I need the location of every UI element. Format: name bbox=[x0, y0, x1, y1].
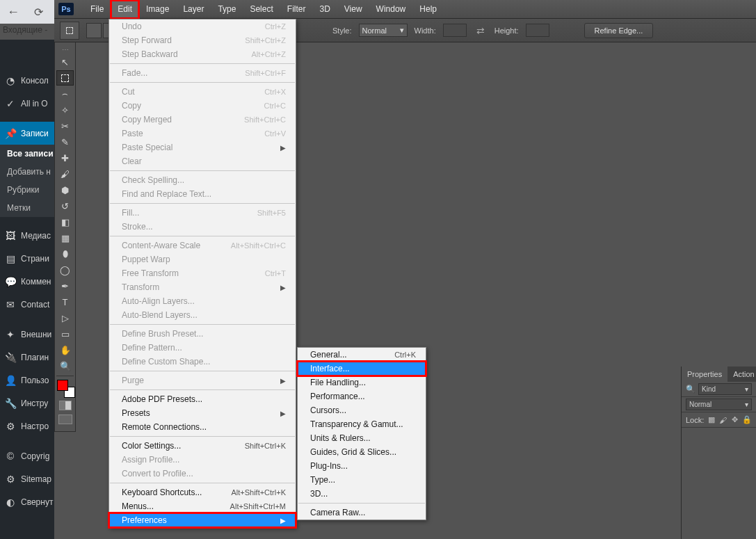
blur-tool-icon[interactable]: ⬮ bbox=[56, 246, 74, 262]
pref-menu-item-camera-raw-[interactable]: Camera Raw... bbox=[298, 506, 426, 520]
eyedropper-tool-icon[interactable]: ✎ bbox=[56, 134, 74, 150]
foreground-color-swatch[interactable] bbox=[57, 380, 68, 391]
menu-window[interactable]: Window bbox=[369, 0, 413, 19]
pref-menu-item-interface-[interactable]: Interface... bbox=[298, 362, 426, 376]
menu-icon: ✓ bbox=[4, 98, 17, 109]
kind-select[interactable]: Kind▾ bbox=[698, 383, 752, 395]
clone-stamp-tool-icon[interactable]: ⬢ bbox=[56, 182, 74, 198]
sidebar-sub-0[interactable]: Все записи bbox=[0, 145, 54, 163]
sidebar-item-0[interactable]: ◔Консол bbox=[0, 69, 54, 92]
sidebar-item-1[interactable]: ✓All in O bbox=[0, 92, 54, 115]
marquee-tool-icon[interactable] bbox=[56, 70, 74, 86]
menu-image[interactable]: Image bbox=[139, 0, 176, 19]
rectangle-tool-icon[interactable]: ▭ bbox=[56, 326, 74, 341]
width-label: Width: bbox=[415, 26, 436, 35]
pref-menu-item-guides-grid-slices-[interactable]: Guides, Grid & Slices... bbox=[298, 445, 426, 459]
sidebar-item-rest-11[interactable]: ◐Свернут bbox=[0, 490, 54, 513]
lock-brush-icon[interactable]: 🖌 bbox=[718, 415, 727, 425]
pref-menu-item-cursors-[interactable]: Cursors... bbox=[298, 403, 426, 417]
pref-menu-item-general-[interactable]: General...Ctrl+K bbox=[298, 348, 426, 362]
brush-tool-icon[interactable]: 🖌 bbox=[56, 166, 74, 182]
type-tool-icon[interactable]: T bbox=[56, 294, 74, 309]
sidebar-item-rest-5[interactable]: 🔌Плагин bbox=[0, 346, 54, 369]
menu-select[interactable]: Select bbox=[243, 0, 280, 19]
sidebar-item-rest-2[interactable]: 💬Коммен bbox=[0, 270, 54, 293]
menu-icon: 🖾 bbox=[4, 230, 17, 241]
edit-menu-item-keyboard-shortcuts-[interactable]: Keyboard Shortcuts...Alt+Shift+Ctrl+K bbox=[109, 485, 296, 499]
hand-tool-icon[interactable]: ✋ bbox=[56, 342, 74, 357]
edit-menu-item-preferences[interactable]: Preferences▶ bbox=[109, 513, 296, 527]
quick-mask-toggle-icon[interactable] bbox=[59, 401, 72, 410]
edit-menu-item-menus-[interactable]: Menus...Alt+Shift+Ctrl+M bbox=[109, 499, 296, 513]
active-tool-icon[interactable] bbox=[60, 22, 79, 40]
shortcut-label: Ctrl+T bbox=[265, 269, 286, 277]
selection-mode-new-icon[interactable] bbox=[86, 23, 102, 38]
crop-tool-icon[interactable]: ✂ bbox=[56, 118, 74, 134]
actions-tab[interactable]: Action bbox=[727, 367, 756, 382]
healing-brush-tool-icon[interactable]: ✚ bbox=[56, 150, 74, 166]
blend-mode-select[interactable]: Normal▾ bbox=[686, 399, 752, 410]
lasso-tool-icon[interactable]: ⌢ bbox=[56, 86, 74, 102]
color-swatches[interactable] bbox=[56, 378, 75, 398]
sidebar-item-label: Внешни bbox=[21, 330, 51, 339]
lock-position-icon[interactable]: ✥ bbox=[730, 415, 739, 425]
properties-tab[interactable]: Properties bbox=[682, 367, 727, 382]
edit-menu-item-copy-merged: Copy MergedShift+Ctrl+C bbox=[109, 113, 296, 127]
pref-menu-item-plug-ins-[interactable]: Plug-Ins... bbox=[298, 459, 426, 473]
tool-panel-handle[interactable]: ⋯ bbox=[55, 45, 75, 54]
menu-type[interactable]: Type bbox=[211, 0, 243, 19]
path-selection-tool-icon[interactable]: ▷ bbox=[56, 310, 74, 325]
sidebar-sub-3[interactable]: Метки bbox=[0, 199, 54, 217]
menu-item-label: Find and Replace Text... bbox=[122, 189, 211, 199]
style-select[interactable]: Normal▾ bbox=[359, 24, 408, 37]
menu-filter[interactable]: Filter bbox=[280, 0, 313, 19]
search-icon: 🔍 bbox=[686, 385, 695, 394]
pref-menu-item-performance-[interactable]: Performance... bbox=[298, 389, 426, 403]
swap-dimensions-icon[interactable]: ⇄ bbox=[474, 25, 488, 36]
magic-wand-tool-icon[interactable]: ✧ bbox=[56, 102, 74, 118]
menu-layer[interactable]: Layer bbox=[176, 0, 211, 19]
height-input[interactable] bbox=[526, 24, 549, 37]
gradient-tool-icon[interactable]: ▦ bbox=[56, 230, 74, 246]
pen-tool-icon[interactable]: ✒ bbox=[56, 278, 74, 293]
sidebar-item-rest-7[interactable]: 🔧Инстру bbox=[0, 392, 54, 415]
refine-edge-button[interactable]: Refine Edge... bbox=[584, 23, 654, 38]
menu-3d[interactable]: 3D bbox=[312, 0, 337, 19]
sidebar-item-rest-0[interactable]: 🖾Медиас bbox=[0, 224, 54, 247]
history-brush-tool-icon[interactable]: ↺ bbox=[56, 198, 74, 214]
sidebar-item-rest-10[interactable]: ⚙Sitemap bbox=[0, 467, 54, 490]
lock-transparency-icon[interactable]: ▩ bbox=[707, 415, 716, 425]
sidebar-item-rest-3[interactable]: ✉Contact bbox=[0, 293, 54, 316]
screen-mode-icon[interactable] bbox=[58, 415, 72, 424]
pref-menu-item-units-rulers-[interactable]: Units & Rulers... bbox=[298, 431, 426, 445]
menu-edit[interactable]: Edit bbox=[111, 0, 139, 19]
sidebar-sub-2[interactable]: Рубрики bbox=[0, 181, 54, 199]
lock-all-icon[interactable]: 🔒 bbox=[742, 415, 752, 425]
menu-file[interactable]: File bbox=[83, 0, 111, 19]
sidebar-item-rest-9[interactable]: ©Copyrig bbox=[0, 444, 54, 467]
edit-menu-item-color-settings-[interactable]: Color Settings...Shift+Ctrl+K bbox=[109, 439, 296, 453]
dodge-tool-icon[interactable]: ◯ bbox=[56, 262, 74, 277]
pref-menu-item-3d-[interactable]: 3D... bbox=[298, 487, 426, 501]
zoom-tool-icon[interactable]: 🔍 bbox=[56, 358, 74, 373]
browser-back-button[interactable]: ← bbox=[4, 3, 22, 21]
width-input[interactable] bbox=[443, 24, 467, 37]
menu-help[interactable]: Help bbox=[412, 0, 444, 19]
pref-menu-item-file-handling-[interactable]: File Handling... bbox=[298, 376, 426, 389]
edit-menu-item-remote-connections-[interactable]: Remote Connections... bbox=[109, 420, 296, 434]
sidebar-item-rest-8[interactable]: ⚙Настро bbox=[0, 415, 54, 437]
sidebar-item-rest-6[interactable]: 👤Пользо bbox=[0, 369, 54, 392]
sidebar-item-rest-4[interactable]: ✦Внешни bbox=[0, 323, 54, 346]
edit-menu-item-presets[interactable]: Presets▶ bbox=[109, 406, 296, 420]
edit-menu-item-adobe-pdf-presets-[interactable]: Adobe PDF Presets... bbox=[109, 392, 296, 406]
pref-menu-item-type-[interactable]: Type... bbox=[298, 473, 426, 487]
sidebar-item-rest-1[interactable]: ▤Страни bbox=[0, 247, 54, 270]
browser-reload-button[interactable]: ⟳ bbox=[29, 3, 47, 21]
pref-menu-item-transparency-gamut-[interactable]: Transparency & Gamut... bbox=[298, 417, 426, 431]
menu-view[interactable]: View bbox=[337, 0, 369, 19]
shortcut-label: Shift+Ctrl+K bbox=[245, 442, 286, 450]
move-tool-icon[interactable]: ↖ bbox=[56, 54, 74, 70]
sidebar-item-posts[interactable]: 📌Записи bbox=[0, 122, 54, 145]
eraser-tool-icon[interactable]: ◧ bbox=[56, 214, 74, 230]
sidebar-sub-1[interactable]: Добавить н bbox=[0, 163, 54, 181]
